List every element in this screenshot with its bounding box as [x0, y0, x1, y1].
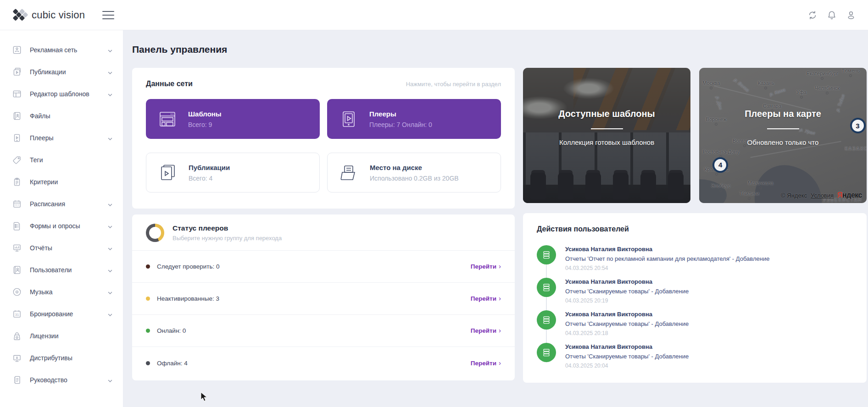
- sidebar-item-tags[interactable]: Теги: [0, 149, 123, 171]
- publications-tile-icon: [157, 162, 178, 183]
- sync-icon[interactable]: [807, 10, 818, 20]
- go-link[interactable]: Перейти›: [471, 295, 501, 302]
- network-data-card: Данные сети Нажмите, чтобы перейти в раз…: [132, 68, 515, 209]
- hamburger-menu-icon[interactable]: [102, 11, 114, 19]
- activity-item[interactable]: Усикова Наталия Викторовна Отчеты 'Скани…: [537, 343, 853, 369]
- chevron-down-icon: [107, 135, 113, 141]
- map-cluster-badge[interactable]: 4: [712, 157, 728, 173]
- sidebar-item-ad-network[interactable]: Рекламная сеть: [0, 39, 123, 61]
- sidebar-item-players[interactable]: Плееры: [0, 127, 123, 149]
- status-card-subtitle: Выберите нужную группу для перехода: [172, 235, 282, 242]
- status-label: Офлайн: 4: [157, 360, 188, 367]
- distributives-icon: [12, 353, 22, 363]
- chevron-down-icon: [107, 47, 113, 53]
- activity-item[interactable]: Усикова Наталия Викторовна Отчеты 'Скани…: [537, 310, 853, 336]
- activity-item[interactable]: Усикова Наталия Викторовна Отчеты 'Отчет…: [537, 245, 853, 271]
- report-avatar-icon: [537, 343, 556, 362]
- map-city-label: Эльбрус: [711, 183, 731, 192]
- players-icon: [12, 133, 22, 143]
- sidebar-item-label: Файлы: [30, 112, 50, 120]
- tile-disk-space[interactable]: Место на диске Использовано 0.2GB из 20G…: [327, 153, 501, 192]
- users-icon: [12, 265, 22, 275]
- sidebar-item-schedules[interactable]: Расписания: [0, 193, 123, 215]
- go-link[interactable]: Перейти›: [471, 359, 501, 367]
- chevron-right-icon: ›: [499, 294, 501, 302]
- sidebar-item-template-editor[interactable]: Редактор шаблонов: [0, 83, 123, 105]
- sidebar-item-reports[interactable]: Отчёты: [0, 237, 123, 259]
- guide-icon: [12, 375, 22, 385]
- sidebar-item-licenses[interactable]: Лицензии: [0, 325, 123, 347]
- chevron-down-icon: [107, 69, 113, 75]
- map-city-label: Ростов-на-Дону: [702, 149, 739, 158]
- activity-item[interactable]: Усикова Наталия Викторовна Отчеты 'Скани…: [537, 278, 853, 304]
- available-templates-card[interactable]: Доступные шаблоны Коллекция готовых шабл…: [523, 68, 690, 203]
- activity-timestamp: 04.03.2025 20:19: [565, 297, 689, 304]
- sidebar-item-publications[interactable]: Публикации: [0, 61, 123, 83]
- activity-action: Отчеты 'Сканируемые товары' - Добавление: [565, 288, 689, 295]
- status-row-online[interactable]: Онлайн: 0 Перейти›: [132, 315, 515, 347]
- app-logo[interactable]: cubic vision: [12, 8, 85, 22]
- sidebar-item-label: Бронирование: [30, 310, 73, 318]
- sidebar-item-guide[interactable]: Руководство: [0, 369, 123, 391]
- sidebar-item-distributives[interactable]: Дистрибутивы: [0, 347, 123, 369]
- tags-icon: [12, 155, 22, 165]
- players-map-card[interactable]: Москва Казань Екатеринбург Тюмень Челяби…: [699, 68, 867, 203]
- tile-subtitle: Использовано 0.2GB из 20GB: [370, 175, 459, 182]
- chevron-down-icon: [107, 201, 113, 207]
- main-content: Панель управления Данные сети Нажмите, ч…: [123, 30, 868, 407]
- chevron-right-icon: ›: [499, 359, 501, 367]
- sidebar-item-booking[interactable]: 31 Бронирование: [0, 303, 123, 325]
- sidebar-item-files[interactable]: Файлы: [0, 105, 123, 127]
- sidebar-item-label: Теги: [30, 156, 43, 164]
- status-label: Онлайн: 0: [157, 327, 186, 334]
- sidebar-item-criteria[interactable]: Критерии: [0, 171, 123, 193]
- status-row-check[interactable]: Следует проверить: 0 Перейти›: [132, 251, 515, 283]
- sidebar: Рекламная сеть Публикации Редактор шабло…: [0, 30, 123, 407]
- sidebar-item-label: Рекламная сеть: [30, 46, 77, 54]
- map-city-label: Челябинск: [815, 85, 840, 94]
- go-link[interactable]: Перейти›: [471, 263, 501, 270]
- map-city-label: Москва: [702, 80, 720, 89]
- tile-templates[interactable]: Шаблоны Всего: 9: [146, 99, 320, 139]
- map-city-label: Казань: [758, 80, 774, 89]
- yandex-logo: Яндекс: [837, 191, 862, 199]
- user-actions-card: Действия пользователей Усикова Наталия В…: [523, 213, 867, 383]
- bell-icon[interactable]: [827, 10, 837, 20]
- sidebar-item-label: Расписания: [30, 200, 65, 208]
- page-title: Панель управления: [132, 44, 867, 55]
- sidebar-item-forms-surveys[interactable]: Формы и опросы: [0, 215, 123, 237]
- go-link[interactable]: Перейти›: [471, 327, 501, 335]
- status-dot: [146, 264, 150, 269]
- sidebar-item-users[interactable]: Пользователи: [0, 259, 123, 281]
- chevron-down-icon: [107, 311, 113, 317]
- activity-action: Отчеты 'Сканируемые товары' - Добавление: [565, 320, 689, 327]
- status-label: Неактивированные: 3: [157, 295, 219, 302]
- ad-network-icon: [12, 45, 22, 55]
- chevron-down-icon: [107, 289, 113, 295]
- cubic-vision-logo-icon: [9, 5, 28, 24]
- tile-players[interactable]: Плееры Плееры: 7 Онлайн: 0: [327, 99, 501, 139]
- map-city-label: Тбилиси: [740, 191, 759, 200]
- publications-icon: [12, 67, 22, 77]
- activity-action: Отчеты 'Сканируемые товары' - Добавление: [565, 353, 689, 360]
- report-avatar-icon: [537, 310, 556, 330]
- activity-timestamp: 04.03.2025 20:18: [565, 330, 689, 336]
- tile-publications[interactable]: Публикации Всего: 4: [146, 153, 320, 192]
- sidebar-item-label: Руководство: [30, 376, 67, 384]
- top-header: cubic vision: [0, 0, 868, 30]
- status-row-inactive[interactable]: Неактивированные: 3 Перейти›: [132, 283, 515, 315]
- map-city-label: Екатеринбург: [807, 71, 838, 80]
- sidebar-item-label: Публикации: [30, 68, 66, 76]
- status-row-offline[interactable]: Офлайн: 4 Перейти›: [132, 347, 515, 379]
- network-card-hint: Нажмите, чтобы перейти в раздел: [406, 81, 501, 88]
- templates-promo-subtitle: Коллекция готовых шаблонов: [523, 138, 690, 146]
- sidebar-item-music[interactable]: Музыка: [0, 281, 123, 303]
- sidebar-item-label: Формы и опросы: [30, 222, 80, 230]
- map-terms-link[interactable]: Условия: [811, 192, 834, 199]
- booking-icon: 31: [12, 309, 22, 319]
- user-icon[interactable]: [846, 10, 856, 20]
- status-dot: [146, 361, 150, 365]
- report-avatar-icon: [537, 245, 556, 264]
- sidebar-item-label: Редактор шаблонов: [30, 90, 89, 98]
- status-dot: [146, 329, 150, 333]
